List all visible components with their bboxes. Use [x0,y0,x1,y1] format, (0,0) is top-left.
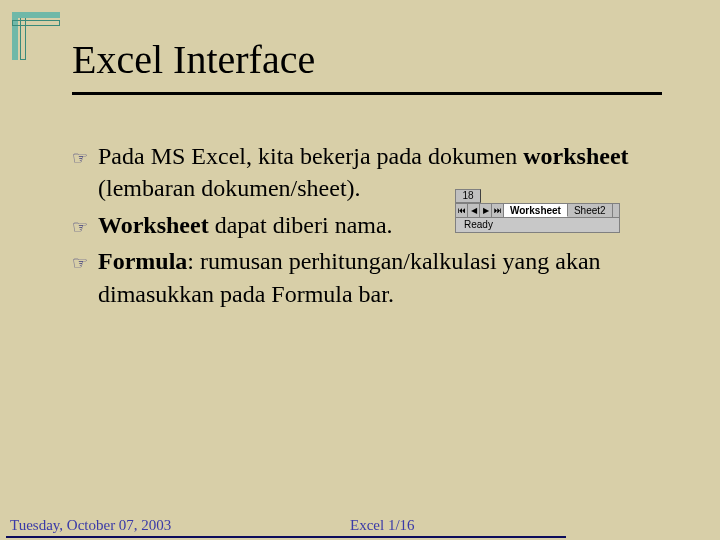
nav-last-button[interactable]: ⏭ [492,204,504,217]
bullet-text-3: Formula: rumusan perhitungan/kalkulasi y… [98,245,662,310]
footer-page: Excel 1/16 [350,517,415,534]
slide-title: Excel Interface [72,36,315,83]
pointing-hand-icon: ☞ [72,146,98,170]
status-bar: Ready [455,218,620,233]
pointing-hand-icon: ☞ [72,251,98,275]
bullet-item-3: ☞ Formula: rumusan perhitungan/kalkulasi… [72,245,662,310]
nav-prev-button[interactable]: ◀ [468,204,480,217]
footer-date: Tuesday, October 07, 2003 [10,517,171,534]
pointing-hand-icon: ☞ [72,215,98,239]
row-number-cell: 18 [455,189,481,203]
worksheet-tab-active[interactable]: Worksheet [504,204,568,217]
title-underline [72,92,662,95]
nav-first-button[interactable]: ⏮ [456,204,468,217]
footer-underline [6,536,566,538]
nav-next-button[interactable]: ▶ [480,204,492,217]
excel-tab-widget: 18 ⏮ ◀ ▶ ⏭ Worksheet Sheet2 Ready [455,189,620,233]
worksheet-tab-sheet2[interactable]: Sheet2 [568,204,613,217]
worksheet-tab-strip: ⏮ ◀ ▶ ⏭ Worksheet Sheet2 [455,203,620,218]
